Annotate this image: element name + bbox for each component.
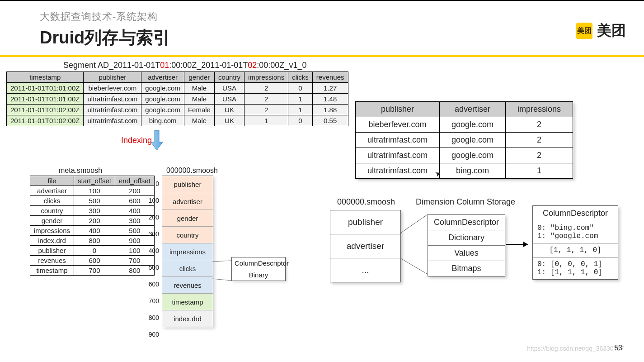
advertiser-detail: ColumnDescriptor 0: "bing.com" 1: "googl… <box>532 205 618 280</box>
logo-badge: 美团 <box>576 23 592 39</box>
svg-line-1 <box>212 279 231 281</box>
smoosh-block: advertiser <box>162 193 213 210</box>
segment-label: Segment AD_2011-01-01T01:00:00Z_2011-01-… <box>63 61 306 70</box>
binary-box: ColumnDescriptorBinary <box>231 257 286 281</box>
svg-line-2 <box>400 214 428 233</box>
smoosh2-title: 000000.smoosh <box>337 197 395 207</box>
smoosh-block: index.drd <box>162 310 213 327</box>
meta-table: filestart_offsetend_offsetadvertiser1002… <box>30 176 155 276</box>
smoosh-block: impressions <box>162 243 213 260</box>
smoosh-block: publisher <box>162 176 213 193</box>
smoosh-title: 000000.smoosh <box>166 167 218 175</box>
segment-table: timestamppublisheradvertisergendercountr… <box>6 71 348 126</box>
advertiser-values: [1, 1, 1, 0] <box>533 243 618 257</box>
indexing-label: Indexing <box>121 136 152 145</box>
canvas: Segment AD_2011-01-01T01:00:00Z_2011-01-… <box>0 57 644 356</box>
meta-title: meta.smoosh <box>59 167 102 175</box>
selection-table: publisheradvertiserimpressionsbieberfeve… <box>355 101 573 179</box>
smoosh-block: timestamp <box>162 293 213 310</box>
advertiser-detail-title: ColumnDescriptor <box>533 206 618 221</box>
descriptor-box: ColumnDescriptorDictionaryValuesBitmaps <box>428 214 505 276</box>
smoosh-ticks: 0100200300400500600700800900 <box>147 176 159 343</box>
smoosh-block: gender <box>162 210 213 226</box>
smoosh-block: revenues <box>162 276 213 293</box>
subtitle: 大数据查询技术-系统架构 <box>40 10 644 24</box>
dimension-label: Dimension Column Storage <box>416 197 515 207</box>
smoosh-block: country <box>162 226 213 243</box>
logo: 美团 美团 <box>576 21 626 41</box>
smoosh-block: clicks <box>162 260 213 276</box>
title: Druid列存与索引 <box>40 26 644 49</box>
advertiser-bitmaps: 0: [0, 0, 0, 1] 1: [1, 1, 1, 0] <box>533 257 618 279</box>
smoosh-file: publisheradvertisergendercountryimpressi… <box>162 176 213 327</box>
watermark: https://blog.csdn.net/qq_36330757 <box>527 345 624 352</box>
svg-line-0 <box>212 261 231 262</box>
slide: 大数据查询技术-系统架构 Druid列存与索引 美团 美团 Segment AD… <box>0 1 644 362</box>
page-number: 53 <box>614 344 622 352</box>
smoosh2-box: publisheradvertiser... <box>330 210 401 282</box>
logo-text: 美团 <box>597 21 626 41</box>
header: 大数据查询技术-系统架构 Druid列存与索引 <box>0 1 644 49</box>
arrow-down-icon <box>150 129 164 151</box>
svg-line-3 <box>400 258 428 274</box>
advertiser-dict: 0: "bing.com" 1: "google.com <box>533 221 618 243</box>
